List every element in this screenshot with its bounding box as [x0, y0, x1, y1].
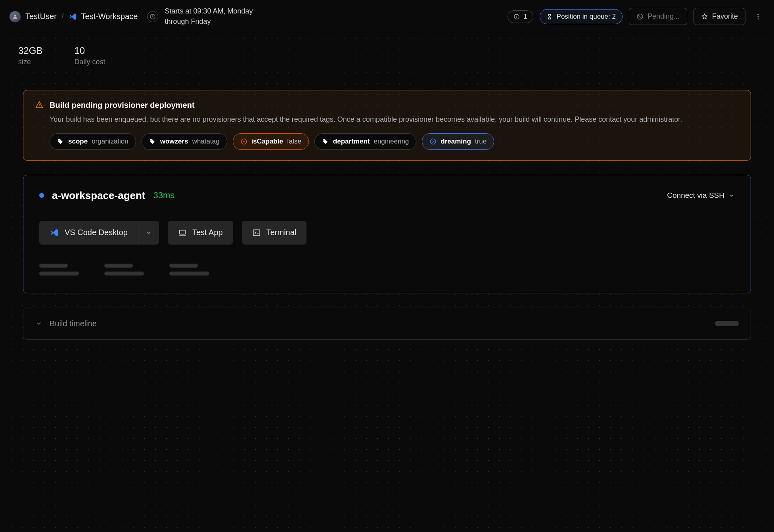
breadcrumb-separator: /	[61, 12, 64, 21]
breadcrumb-user[interactable]: TestUser	[25, 12, 57, 21]
tag-dreaming: dreamingtrue	[422, 133, 494, 150]
info-count: 1	[524, 13, 527, 20]
breadcrumb-workspace[interactable]: Test-Workspace	[68, 12, 138, 21]
build-timeline-panel[interactable]: Build timeline	[23, 308, 751, 340]
tag-isCapable: isCapablefalse	[233, 133, 309, 150]
tag-icon	[149, 138, 156, 145]
tag-key: scope	[68, 138, 88, 145]
queue-badge[interactable]: Position in queue: 2	[540, 9, 623, 24]
content: 32GB size 10 Daily cost Build pending pr…	[0, 33, 774, 352]
chevron-down-icon	[728, 192, 735, 199]
tag-department: departmentengineering	[314, 133, 416, 150]
vscode-desktop-label: VS Code Desktop	[65, 228, 128, 237]
queue-label: Position in queue: 2	[557, 13, 616, 21]
tag-value: false	[287, 138, 301, 145]
tag-value: whatatag	[192, 138, 220, 145]
vscode-icon	[50, 228, 59, 237]
stat-size-label: size	[18, 58, 42, 66]
timeline-loading-skeleton	[715, 321, 739, 326]
provisioner-alert: Build pending provisioner deployment You…	[23, 90, 751, 161]
tag-key: wowzers	[160, 138, 188, 145]
laptop-icon	[178, 228, 187, 237]
build-timeline-title: Build timeline	[50, 319, 708, 328]
tag-value: true	[475, 138, 487, 145]
clock-icon	[147, 11, 158, 22]
vscode-desktop-caret[interactable]	[138, 221, 159, 245]
chevron-down-icon	[35, 320, 42, 327]
svg-point-5	[757, 16, 759, 17]
terminal-button[interactable]: Terminal	[242, 221, 307, 245]
stat-size: 32GB size	[18, 45, 42, 66]
star-icon	[701, 13, 708, 20]
tag-key: department	[333, 138, 370, 145]
svg-point-0	[14, 14, 16, 16]
alert-body: Your build has been enqueued, but there …	[50, 114, 739, 125]
connect-ssh-label: Connect via SSH	[667, 191, 724, 200]
vscode-icon	[68, 12, 78, 21]
tag-value: organization	[92, 138, 128, 145]
stat-cost-value: 10	[74, 45, 105, 56]
tag-value: engineering	[374, 138, 409, 145]
svg-rect-9	[180, 230, 186, 234]
hourglass-icon	[546, 13, 553, 20]
skeleton-item	[104, 264, 144, 276]
minus-circle-icon	[240, 138, 247, 145]
agent-latency: 33ms	[153, 190, 175, 201]
svg-rect-10	[253, 230, 260, 235]
vscode-desktop-button[interactable]: VS Code Desktop	[39, 221, 159, 245]
alert-title: Build pending provisioner deployment	[50, 101, 739, 110]
pending-label: Pending...	[648, 12, 680, 21]
svg-point-4	[757, 13, 759, 15]
skeleton-item	[39, 264, 79, 276]
test-app-label: Test App	[192, 228, 223, 237]
tag-key: isCapable	[251, 138, 283, 145]
connect-ssh-button[interactable]: Connect via SSH	[667, 191, 735, 200]
schedule-text: Starts at 09:30 AM, Monday through Frida…	[165, 6, 268, 26]
stat-cost: 10 Daily cost	[74, 45, 105, 66]
tag-scope: scopeorganization	[50, 133, 136, 150]
alert-tags: scopeorganizationwowzerswhatatagisCapabl…	[50, 133, 739, 150]
stat-cost-label: Daily cost	[74, 58, 105, 66]
favorite-button[interactable]: Favorite	[694, 8, 745, 25]
agent-app-buttons: VS Code Desktop Test App Terminal	[39, 221, 735, 245]
agent-loading-skeletons	[39, 264, 735, 276]
agent-status-dot	[39, 193, 44, 198]
pending-button[interactable]: Pending...	[629, 8, 687, 25]
agent-name: a-workspace-agent	[52, 189, 146, 202]
tag-icon	[322, 138, 329, 145]
info-icon	[513, 13, 520, 20]
avatar[interactable]	[10, 11, 21, 22]
test-app-button[interactable]: Test App	[168, 221, 233, 245]
more-menu-button[interactable]	[752, 10, 764, 23]
skeleton-item	[169, 264, 209, 276]
svg-point-6	[757, 18, 759, 19]
tag-wowzers: wowzerswhatatag	[142, 133, 227, 150]
favorite-label: Favorite	[712, 12, 738, 21]
breadcrumb-workspace-label: Test-Workspace	[81, 12, 138, 21]
warning-icon	[35, 101, 43, 109]
stat-size-value: 32GB	[18, 45, 42, 56]
check-circle-icon	[429, 138, 437, 145]
info-badge[interactable]: 1	[508, 10, 533, 23]
svg-point-8	[431, 139, 436, 144]
tag-key: dreaming	[441, 138, 471, 145]
breadcrumb: TestUser / Test-Workspace	[10, 11, 138, 22]
pending-icon	[636, 13, 644, 20]
terminal-label: Terminal	[266, 228, 297, 237]
terminal-icon	[252, 228, 261, 237]
tag-icon	[57, 138, 64, 145]
agent-panel: a-workspace-agent 33ms Connect via SSH V…	[23, 175, 751, 293]
topbar: TestUser / Test-Workspace Starts at 09:3…	[0, 0, 774, 33]
stats-row: 32GB size 10 Daily cost	[18, 45, 756, 66]
